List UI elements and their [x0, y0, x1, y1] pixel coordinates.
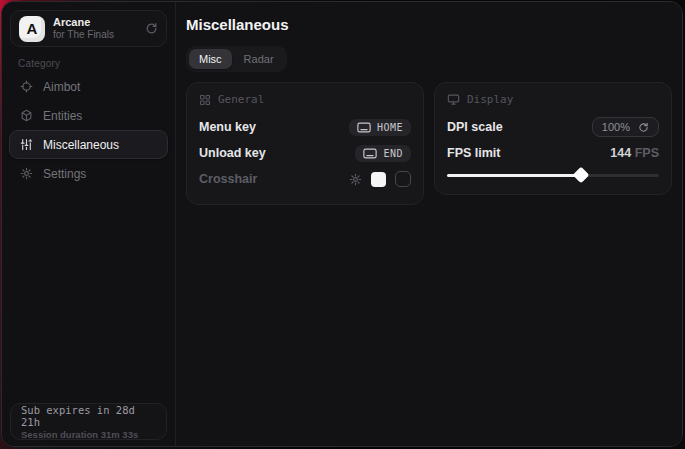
sidebar-item-settings[interactable]: Settings [9, 159, 168, 188]
brand-title: Arcane [53, 16, 137, 29]
dpi-scale-value: 100% [602, 121, 630, 133]
fps-number: 144 [610, 146, 631, 160]
tab-radar[interactable]: Radar [234, 49, 284, 69]
sidebar-item-entities[interactable]: Entities [9, 101, 168, 130]
sidebar-item-miscellaneous[interactable]: Miscellaneous [9, 130, 168, 159]
fps-unit: FPS [635, 146, 659, 160]
dpi-scale-label: DPI scale [447, 120, 503, 134]
sync-button[interactable] [145, 22, 158, 35]
fps-slider-fill [447, 174, 581, 177]
page-title: Miscellaneous [186, 16, 289, 33]
monitor-icon [447, 93, 460, 106]
dpi-scale-control[interactable]: 100% [592, 117, 659, 137]
sidebar-item-label: Miscellaneous [43, 138, 119, 152]
menu-key-label: Menu key [199, 120, 256, 134]
category-label: Category [18, 58, 60, 69]
keyboard-icon [363, 148, 377, 159]
fps-limit-value: 144 FPS [610, 146, 659, 160]
crosshair-settings-button[interactable] [349, 173, 362, 186]
menu-key-value: HOME [377, 122, 403, 133]
fps-limit-label: FPS limit [447, 146, 500, 160]
fps-slider[interactable] [447, 168, 659, 182]
unload-key-value: END [383, 148, 403, 159]
subscription-card: Sub expires in 28d 21h Session duration … [10, 403, 167, 440]
sidebar-item-label: Entities [43, 109, 82, 123]
menu-key-row: Menu key HOME [199, 114, 411, 140]
cards-row: General Menu key HOME Unload key [186, 82, 672, 205]
sync-icon [145, 22, 158, 35]
sidebar-item-label: Aimbot [43, 80, 80, 94]
gear-icon [20, 167, 33, 180]
avatar: A [19, 16, 45, 42]
dpi-scale-row: DPI scale 100% [447, 114, 659, 140]
sidebar-nav: Aimbot Entities Miscellaneous [9, 72, 168, 188]
sidebar: A Arcane for The Finals Category [2, 2, 176, 446]
sub-expiry-text: Sub expires in 28d 21h [21, 404, 156, 428]
display-card-header: Display [447, 93, 659, 106]
unload-key-label: Unload key [199, 146, 266, 160]
grid-icon [199, 94, 211, 106]
crosshair-icon [20, 80, 33, 93]
sidebar-item-aimbot[interactable]: Aimbot [9, 72, 168, 101]
refresh-icon [638, 122, 649, 133]
app-window: A Arcane for The Finals Category [1, 1, 683, 447]
cube-icon [20, 109, 33, 122]
sidebar-item-label: Settings [43, 167, 86, 181]
general-card-title: General [218, 93, 264, 106]
crosshair-checkbox[interactable] [395, 171, 411, 187]
display-card-title: Display [467, 93, 513, 106]
fps-slider-thumb[interactable] [572, 167, 589, 184]
crosshair-controls [349, 171, 411, 187]
general-card-header: General [199, 93, 411, 106]
brand-text: Arcane for The Finals [53, 16, 137, 40]
unload-key-button[interactable]: END [355, 145, 411, 162]
unload-key-row: Unload key END [199, 140, 411, 166]
crosshair-color-swatch[interactable] [371, 172, 386, 187]
sliders-icon [20, 138, 33, 151]
menu-key-button[interactable]: HOME [349, 119, 411, 136]
tab-misc[interactable]: Misc [189, 49, 232, 69]
crosshair-label: Crosshair [199, 172, 257, 186]
main-content: Miscellaneous Misc Radar General [176, 2, 682, 446]
fps-limit-row: FPS limit 144 FPS [447, 140, 659, 166]
display-card: Display DPI scale 100% FPS limit [434, 82, 672, 195]
brand-subtitle: for The Finals [53, 29, 137, 41]
keyboard-icon [357, 122, 371, 133]
general-card: General Menu key HOME Unload key [186, 82, 424, 205]
brand-card: A Arcane for The Finals [10, 10, 167, 47]
session-duration-text: Session duration 31m 33s [21, 429, 156, 440]
crosshair-row: Crosshair [199, 166, 411, 192]
tab-bar: Misc Radar [186, 46, 287, 72]
gear-icon [349, 173, 362, 186]
